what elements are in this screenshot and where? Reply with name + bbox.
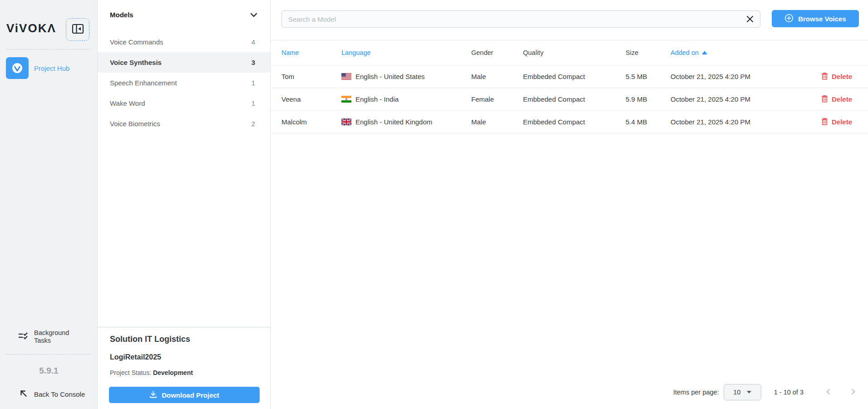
vivoka-logo: ViVOKΛ: [6, 21, 56, 35]
table-row: Veena English - India Female Embbeded Co…: [271, 88, 868, 111]
voice-gender: Female: [471, 95, 523, 103]
model-item-label: Wake Word: [110, 99, 145, 107]
voice-language: English - United Kingdom: [341, 118, 471, 126]
voice-added-on: October 21, 2025 4:20 PM: [671, 73, 779, 80]
back-to-console-label: Back To Console: [34, 390, 85, 398]
model-item-count: 2: [252, 120, 255, 128]
model-item-voice-commands[interactable]: Voice Commands 4: [98, 32, 270, 52]
next-page-button[interactable]: [851, 388, 856, 397]
project-status-value: Development: [153, 369, 193, 376]
items-per-page-label: Items per page:: [673, 389, 719, 396]
browse-voices-label: Browse Voices: [798, 15, 846, 23]
voice-language-label: English - United Kingdom: [355, 118, 432, 126]
model-item-count: 4: [252, 38, 255, 46]
column-header-name[interactable]: Name: [281, 49, 341, 56]
background-tasks-label: Background Tasks: [34, 329, 79, 345]
column-header-gender: Gender: [471, 49, 523, 56]
models-panel: Models Voice Commands 4 Voice Synthesis …: [98, 0, 271, 409]
search-input[interactable]: [281, 10, 760, 28]
model-item-wake-word[interactable]: Wake Word 1: [98, 93, 270, 113]
trash-icon: [821, 95, 828, 104]
sort-ascending-icon: [702, 51, 707, 54]
pagination: Items per page: 10 1 - 10 of 3: [673, 384, 856, 401]
download-project-button[interactable]: Download Project: [109, 387, 260, 403]
uk-flag-icon: [341, 118, 351, 125]
chevron-left-icon: [825, 388, 831, 397]
voice-size: 5.9 MB: [626, 95, 671, 103]
items-per-page-select[interactable]: 10: [724, 384, 761, 400]
sidebar-item-project-hub[interactable]: Project Hub: [0, 55, 98, 81]
sidebar-item-background-tasks[interactable]: Background Tasks: [0, 326, 98, 348]
pagination-range-label: 1 - 10 of 3: [774, 389, 804, 396]
items-per-page-value: 10: [733, 389, 740, 396]
delete-label: Delete: [832, 118, 852, 126]
voice-gender: Male: [471, 73, 523, 80]
us-flag-icon: [341, 73, 351, 80]
models-title: Models: [110, 11, 133, 19]
browse-voices-button[interactable]: Browse Voices: [772, 10, 859, 27]
voice-language-label: English - India: [355, 95, 399, 103]
delete-button[interactable]: Delete: [821, 118, 852, 127]
sidebar-collapse-button[interactable]: [66, 18, 89, 41]
model-item-speech-enhancement[interactable]: Speech Enhancement 1: [98, 73, 270, 93]
download-project-label: Download Project: [162, 391, 219, 399]
model-item-count: 1: [252, 79, 255, 87]
version-label: 5.9.1: [0, 366, 98, 376]
delete-label: Delete: [832, 73, 852, 80]
model-item-label: Voice Synthesis: [110, 59, 162, 66]
column-header-added-on[interactable]: Added on: [671, 49, 779, 56]
project-name: LogiRetail2025: [110, 353, 161, 361]
table-header-row: Name Language Gender Quality Size Added …: [271, 40, 868, 65]
voice-language: English - India: [341, 95, 471, 103]
model-item-voice-biometrics[interactable]: Voice Biometrics 2: [98, 113, 270, 134]
clear-search-button[interactable]: [746, 15, 754, 23]
vdk-studio-window: ViVOKΛ Project Hub Background Tasks 5.9.…: [0, 0, 868, 409]
delete-label: Delete: [832, 95, 852, 103]
india-flag-icon: [341, 96, 351, 103]
close-icon: [746, 18, 754, 25]
voice-language-label: English - United States: [355, 73, 425, 80]
voice-quality: Embbeded Compact: [523, 118, 626, 126]
voice-name: Veena: [281, 95, 341, 103]
model-item-label: Voice Commands: [110, 38, 163, 46]
model-item-label: Speech Enhancement: [110, 79, 177, 87]
voice-gender: Male: [471, 118, 523, 126]
voice-language: English - United States: [341, 73, 471, 80]
back-to-console-button[interactable]: Back To Console: [0, 387, 98, 401]
panel-collapse-icon: [72, 23, 84, 36]
project-section: Solution IT Logistics LogiRetail2025 Pro…: [98, 327, 270, 409]
chevron-down-icon[interactable]: [250, 11, 257, 19]
model-item-label: Voice Biometrics: [110, 120, 160, 128]
voice-quality: Embbeded Compact: [523, 73, 626, 80]
model-category-list: Voice Commands 4 Voice Synthesis 3 Speec…: [98, 32, 270, 134]
column-header-quality: Quality: [523, 49, 626, 56]
column-header-size: Size: [626, 49, 671, 56]
voice-added-on: October 21, 2025 4:20 PM: [671, 118, 779, 126]
download-icon: [149, 390, 157, 399]
table-row: Malcolm English - United Kingdom Male Em…: [271, 111, 868, 133]
voice-name: Malcolm: [281, 118, 341, 126]
caret-down-icon: [747, 391, 751, 394]
sidebar-divider: [6, 354, 91, 355]
trash-icon: [821, 72, 828, 81]
search-bar: [281, 10, 760, 28]
chevron-right-icon: [851, 388, 856, 397]
voice-name: Tom: [281, 73, 341, 80]
voice-size: 5.4 MB: [626, 118, 671, 126]
table-row: Tom English - United States Male Embbede…: [271, 65, 868, 88]
column-header-language[interactable]: Language: [341, 49, 471, 56]
previous-page-button[interactable]: [825, 388, 831, 397]
project-hub-icon: [6, 57, 29, 79]
voice-added-on: October 21, 2025 4:20 PM: [671, 95, 779, 103]
solution-name: Solution IT Logistics: [110, 335, 190, 344]
sidebar: ViVOKΛ Project Hub Background Tasks 5.9.…: [0, 0, 98, 409]
background-tasks-icon: [17, 330, 29, 343]
delete-button[interactable]: Delete: [821, 72, 852, 81]
project-status-label: Project Status:: [110, 369, 151, 376]
model-item-voice-synthesis[interactable]: Voice Synthesis 3: [98, 52, 270, 73]
main-content: Browse Voices Name Language Gender Quali…: [271, 0, 868, 409]
delete-button[interactable]: Delete: [821, 95, 852, 104]
voice-size: 5.5 MB: [626, 73, 671, 80]
arrow-up-left-icon: [19, 389, 28, 399]
plus-circle-icon: [784, 14, 794, 24]
